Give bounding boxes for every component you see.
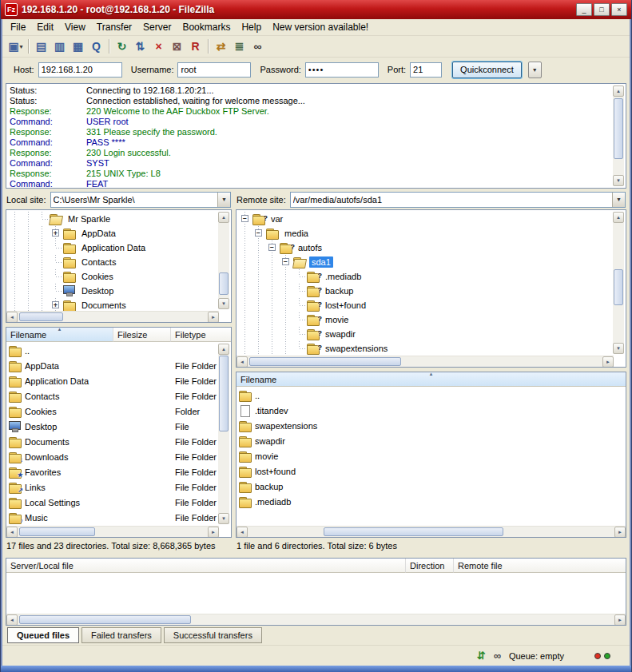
scroll-right-icon[interactable]: ► <box>614 527 626 538</box>
tree-item-mr-sparkle[interactable]: Mr Sparkle <box>8 212 218 226</box>
file-row-downloads[interactable]: ↓DownloadsFile Folder <box>8 449 231 464</box>
process-queue-icon[interactable]: ⇅ <box>131 38 149 55</box>
menu-item-new-version-available[interactable]: New version available! <box>267 20 374 34</box>
collapse-icon[interactable]: − <box>241 215 248 222</box>
file-row-[interactable]: .. <box>238 388 626 403</box>
file-row-favorites[interactable]: ★FavoritesFile Folder <box>8 464 231 479</box>
menu-item-help[interactable]: Help <box>236 20 267 34</box>
tree-item-swapdir[interactable]: ?swapdir <box>238 327 613 341</box>
column-header-filetype[interactable]: Filetype <box>171 328 231 342</box>
scroll-thumb[interactable] <box>324 527 503 536</box>
title-bar[interactable]: Fz 192.168.1.20 - root@192.168.1.20 - Fi… <box>1 0 631 19</box>
remote-tree-vscrollbar[interactable]: ▲ ▼ <box>613 212 624 354</box>
directory-comparison-icon[interactable]: ⇄ <box>212 38 230 55</box>
scroll-right-icon[interactable]: ► <box>602 356 614 368</box>
scroll-thumb[interactable] <box>19 615 191 624</box>
remote-site-input[interactable] <box>291 193 612 207</box>
scroll-left-icon[interactable]: ◄ <box>6 527 18 538</box>
scroll-up-icon[interactable]: ▲ <box>218 344 229 355</box>
column-header-direction[interactable]: Direction <box>406 559 454 573</box>
tree-item-backup[interactable]: ?backup <box>238 284 613 298</box>
chevron-down-icon[interactable]: ▼ <box>612 193 625 207</box>
chevron-down-icon[interactable]: ▼ <box>217 193 230 207</box>
tree-item-desktop[interactable]: Desktop <box>8 284 218 298</box>
file-row-mediadb[interactable]: .mediadb <box>238 494 626 509</box>
scroll-up-icon[interactable]: ▲ <box>613 85 624 97</box>
quickconnect-dropdown-button[interactable]: ▼ <box>528 62 542 78</box>
chevron-down-icon[interactable]: ▾ <box>20 43 23 50</box>
tree-item-application-data[interactable]: Application Data <box>8 241 218 255</box>
file-row-links[interactable]: ↗LinksFile Folder <box>8 479 231 495</box>
log-scrollbar[interactable]: ▲ ▼ <box>613 85 624 186</box>
reconnect-icon[interactable]: R <box>186 38 205 55</box>
tab-failed-transfers[interactable]: Failed transfers <box>81 627 161 643</box>
close-button[interactable]: × <box>611 3 627 16</box>
maximize-button[interactable]: □ <box>594 3 610 16</box>
scroll-thumb[interactable] <box>19 312 63 321</box>
tab-successful-transfers[interactable]: Successful transfers <box>164 627 262 643</box>
file-row-titandev[interactable]: .titandev <box>238 403 626 418</box>
remote-site-combo[interactable]: ▼ <box>290 192 626 208</box>
menu-item-edit[interactable]: Edit <box>31 20 59 34</box>
scroll-up-icon[interactable]: ▲ <box>218 212 229 223</box>
scroll-thumb[interactable] <box>219 272 229 295</box>
column-header-filename[interactable]: ▲ Filename <box>237 372 626 387</box>
minimize-button[interactable]: _ <box>576 3 592 16</box>
file-row-appdata[interactable]: AppDataFile Folder <box>8 358 231 373</box>
file-row-movie[interactable]: movie <box>238 448 626 463</box>
remote-list-hscrollbar[interactable]: ◄ ► <box>237 526 626 537</box>
tab-queued-files[interactable]: Queued files <box>7 627 79 643</box>
tree-item-swapextensions[interactable]: ?swapextensions <box>238 341 613 356</box>
menu-item-file[interactable]: File <box>5 20 31 34</box>
expand-icon[interactable]: + <box>52 229 59 237</box>
scroll-left-icon[interactable]: ◄ <box>6 312 18 323</box>
column-header-filename[interactable]: ▲ Filename <box>6 328 113 342</box>
scroll-thumb[interactable] <box>249 357 401 366</box>
username-input[interactable] <box>177 62 251 78</box>
scroll-left-icon[interactable]: ◄ <box>237 527 248 538</box>
tree-item-media[interactable]: −media <box>238 226 613 241</box>
filename-filters-icon[interactable]: Q <box>87 38 105 55</box>
local-list-vscrollbar[interactable]: ▲ ▼ <box>218 344 229 524</box>
port-input[interactable] <box>410 62 442 78</box>
tree-item-autofs[interactable]: −?autofs <box>238 241 613 255</box>
tree-item-movie[interactable]: ?movie <box>238 312 613 327</box>
scroll-left-icon[interactable]: ◄ <box>6 614 18 626</box>
find-files-icon[interactable]: ∞ <box>248 38 267 55</box>
file-row-music[interactable]: ♪MusicFile Folder <box>8 510 231 525</box>
tree-item-lost-found[interactable]: ?lost+found <box>238 298 613 312</box>
file-row-backup[interactable]: backup <box>238 479 626 494</box>
tree-item-appdata[interactable]: +AppData <box>8 226 218 241</box>
scroll-right-icon[interactable]: ► <box>614 614 626 626</box>
collapse-icon[interactable]: − <box>268 244 276 251</box>
scroll-right-icon[interactable]: ► <box>208 527 219 538</box>
message-log-toggle-icon[interactable]: ▤ <box>32 38 50 55</box>
local-site-combo[interactable]: ▼ <box>50 192 231 208</box>
scroll-down-icon[interactable]: ▼ <box>613 175 624 186</box>
file-row-application-data[interactable]: Application DataFile Folder <box>8 373 231 388</box>
synchronized-browsing-icon[interactable]: ≣ <box>230 38 248 55</box>
scroll-left-icon[interactable]: ◄ <box>237 356 248 368</box>
disconnect-icon[interactable]: ⊠ <box>168 38 186 55</box>
column-header-local-file[interactable]: Server/Local file <box>6 559 406 573</box>
scroll-thumb[interactable] <box>19 527 95 536</box>
file-row-swapdir[interactable]: swapdir <box>238 433 626 448</box>
tree-item-sda1[interactable]: −sda1 <box>238 255 613 269</box>
file-row-swapextensions[interactable]: swapextensions <box>238 418 626 433</box>
quickconnect-button[interactable]: Quickconnect <box>452 62 522 78</box>
menu-item-bookmarks[interactable]: Bookmarks <box>177 20 236 34</box>
menu-item-transfer[interactable]: Transfer <box>91 20 137 34</box>
file-row-lost-found[interactable]: lost+found <box>238 463 626 479</box>
tree-item-var[interactable]: −?var <box>238 212 613 226</box>
speed-limits-icon[interactable]: ⇵ <box>477 650 486 661</box>
remote-tree-hscrollbar[interactable]: ◄ ► <box>237 356 614 367</box>
tree-item-mediadb[interactable]: ?.mediadb <box>238 269 613 284</box>
tree-item-documents[interactable]: +Documents <box>8 298 218 311</box>
host-input[interactable] <box>38 62 122 78</box>
file-row-contacts[interactable]: ContactsFile Folder <box>8 388 231 404</box>
queue-hscrollbar[interactable]: ◄ ► <box>6 614 626 625</box>
password-input[interactable] <box>305 62 379 78</box>
refresh-icon[interactable]: ↻ <box>113 38 131 55</box>
local-list-hscrollbar[interactable]: ◄ ► <box>6 526 219 537</box>
column-header-filesize[interactable]: Filesize <box>113 328 171 342</box>
